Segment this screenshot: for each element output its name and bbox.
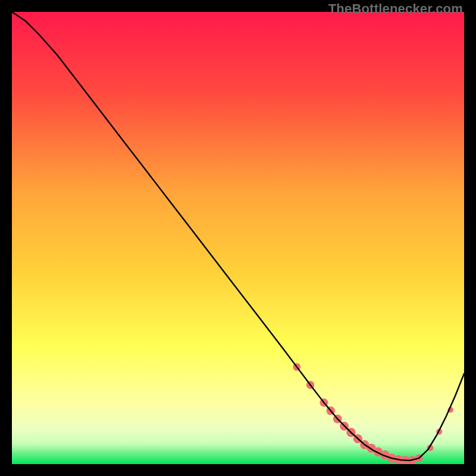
watermark-text: TheBottlenecker.com [328,1,463,17]
chart-frame: TheBottlenecker.com [0,0,476,476]
chart-background [12,12,464,464]
chart-svg [12,12,464,464]
